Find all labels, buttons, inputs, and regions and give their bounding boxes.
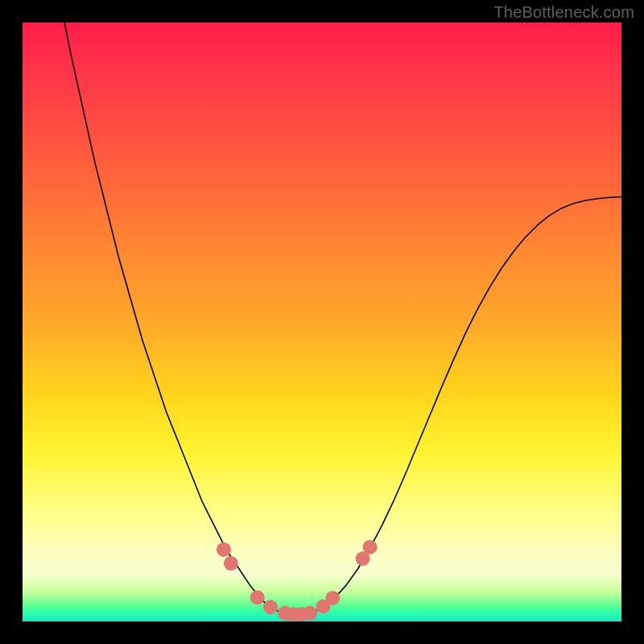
- curve-layer: [23, 23, 621, 621]
- watermark-text: TheBottleneck.com: [493, 3, 634, 22]
- chart-frame: TheBottleneck.com: [0, 0, 644, 644]
- curve-marker: [224, 556, 238, 571]
- curve-marker: [250, 590, 265, 605]
- curve-marker: [363, 540, 378, 555]
- curve-markers: [217, 540, 378, 621]
- curve-marker: [303, 606, 317, 621]
- plot-area: [23, 23, 621, 621]
- curve-marker: [263, 600, 278, 614]
- bottleneck-curve: [23, 23, 621, 616]
- curve-marker: [217, 543, 231, 557]
- curve-marker: [325, 591, 340, 605]
